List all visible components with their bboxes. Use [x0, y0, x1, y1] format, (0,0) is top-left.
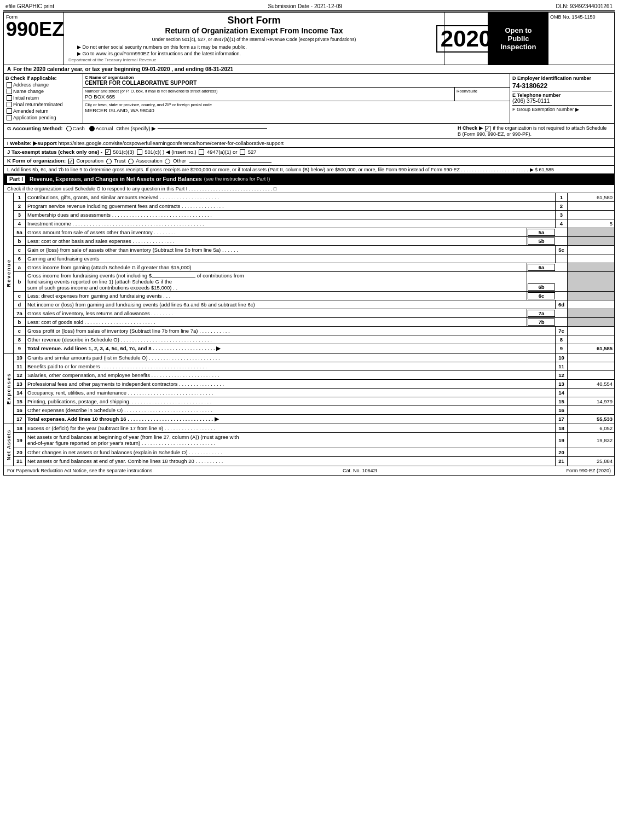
line-6d-desc: Net income or (loss) from gaming and fun… — [26, 300, 556, 309]
net-row-20: 20 Other changes in net assets or fund b… — [14, 448, 614, 457]
h-checkbox[interactable] — [485, 126, 490, 131]
org-name-label: C Name of organization — [85, 75, 508, 80]
final-return-checkbox[interactable] — [7, 102, 12, 107]
line-21-desc: Net assets or fund balances at end of ye… — [26, 457, 556, 466]
line-6c-linenum — [556, 292, 568, 300]
line-3-desc: Membership dues and assessments . . . . … — [26, 211, 556, 219]
check-line-text: Check if the organization used Schedule … — [7, 186, 276, 192]
year-number: 2020 — [436, 25, 496, 53]
revenue-rows: 1 Contributions, gifts, grants, and simi… — [14, 193, 614, 353]
line-l-section: L Add lines 5b, 6c, and 7b to line 9 to … — [3, 166, 615, 174]
association-radio[interactable] — [128, 159, 134, 164]
form-department: Department of the Treasury Internal Reve… — [66, 57, 442, 62]
address-change-checkbox[interactable] — [7, 82, 12, 88]
top-bar-center: Submission Date - 2021-12-09 — [268, 3, 342, 9]
line-6a-box: 6a — [528, 264, 555, 271]
footer-right: Form 990-EZ (2020) — [566, 468, 611, 473]
527-checkbox[interactable] — [240, 149, 245, 155]
line-5c-num: c — [14, 246, 26, 254]
501c-checkbox[interactable] — [137, 149, 142, 155]
part-i-title: Revenue, Expenses, and Changes in Net As… — [30, 176, 202, 182]
line-13-amount: 40,554 — [568, 380, 614, 388]
line-21-amount: 25,884 — [568, 457, 614, 466]
e-label: E Telephone number — [512, 92, 612, 98]
revenue-row-2: 2 Program service revenue including gove… — [14, 202, 614, 211]
line-20-ref: 20 — [556, 448, 568, 456]
address-right: Room/suite — [455, 88, 510, 101]
line-7c-num: c — [14, 327, 26, 335]
line-2-amount — [568, 202, 614, 210]
city-value: MERCER ISLAND, WA 98040 — [85, 107, 508, 113]
4947-checkbox[interactable] — [199, 149, 204, 155]
line-6-desc: Gaming and fundraising events — [26, 254, 556, 263]
cash-radio[interactable] — [66, 126, 72, 131]
f-label: F Group Exemption Number ▶ — [512, 107, 612, 112]
527-label: 527 — [248, 149, 257, 155]
line-7b-shaded — [568, 318, 614, 326]
form-id: 990EZ — [6, 20, 61, 39]
net-row-19: 19 Net assets or fund balances at beginn… — [14, 433, 614, 448]
page: efile GRAPHIC print Submission Date - 20… — [0, 0, 618, 478]
line-15-num: 15 — [14, 397, 26, 405]
association-label: Association — [136, 158, 164, 164]
line-21-ref: 21 — [556, 457, 568, 466]
line-4-ref: 4 — [556, 219, 568, 228]
501c3-checkbox[interactable] — [105, 149, 111, 155]
revenue-row-9: 9 Total revenue. Add lines 1, 2, 3, 4, 5… — [14, 344, 614, 353]
revenue-row-6: 6 Gaming and fundraising events — [14, 254, 614, 263]
line-13-ref: 13 — [556, 380, 568, 388]
org-name-row: C Name of organization CENTER FOR COLLAB… — [83, 74, 510, 88]
amended-checkbox[interactable] — [7, 108, 12, 114]
line-10-amount — [568, 354, 614, 362]
line-6b-linenum — [556, 272, 568, 291]
open-to: Open to — [505, 26, 532, 34]
line-3-ref: 3 — [556, 211, 568, 219]
application-checkbox[interactable] — [7, 115, 12, 120]
expense-row-16: 16 Other expenses (describe in Schedule … — [14, 406, 614, 415]
line-10-num: 10 — [14, 354, 26, 362]
checkbox-amended: Amended return — [5, 108, 81, 114]
revenue-row-1: 1 Contributions, gifts, grants, and simi… — [14, 193, 614, 202]
line-2-ref: 2 — [556, 202, 568, 210]
line-8-ref: 8 — [556, 335, 568, 344]
line-7b-desc: Less: cost of goods sold . . . . . . . .… — [26, 318, 527, 326]
line-11-desc: Benefits paid to or for members . . . . … — [26, 362, 556, 370]
revenue-sidebar-label: Revenue — [6, 259, 11, 287]
initial-return-checkbox[interactable] — [7, 95, 12, 101]
line-3-num: 3 — [14, 211, 26, 219]
line-1-num: 1 — [14, 193, 26, 201]
line-7a-num: 7a — [14, 309, 26, 317]
4947-label: 4947(a)(1) or — [207, 149, 239, 155]
expenses-section: Expenses 10 Grants and similar amounts p… — [3, 354, 615, 424]
accrual-radio[interactable] — [89, 126, 95, 131]
line-6-num: 6 — [14, 254, 26, 263]
other-radio[interactable] — [165, 159, 170, 164]
line-15-amount: 14,979 — [568, 397, 614, 405]
checkbox-name-change: Name change — [5, 89, 81, 94]
line-2-desc: Program service revenue including govern… — [26, 202, 556, 210]
revenue-row-6c: c Less: direct expenses from gaming and … — [14, 292, 614, 300]
name-change-checkbox[interactable] — [7, 89, 12, 94]
net-row-21: 21 Net assets or fund balances at end of… — [14, 457, 614, 466]
trust-radio[interactable] — [106, 159, 112, 164]
trust-label: Trust — [114, 158, 127, 164]
form-org-section: K Form of organization: Corporation Trus… — [3, 157, 615, 165]
accounting-left: G Accounting Method: Cash Accrual Other … — [7, 125, 455, 131]
inspection: Inspection — [500, 43, 536, 51]
line-5b-box: 5b — [528, 237, 555, 245]
line-1-amount: 61,580 — [568, 193, 614, 201]
corporation-checkbox[interactable] — [68, 159, 74, 164]
line-13-num: 13 — [14, 380, 26, 388]
top-bar-left: efile GRAPHIC print — [5, 3, 54, 9]
revenue-section: Revenue 1 Contributions, gifts, grants, … — [3, 193, 615, 354]
line-7c-ref: 7c — [556, 327, 568, 335]
line-16-desc: Other expenses (describe in Schedule O) … — [26, 406, 556, 414]
line-19-amount: 19,832 — [568, 433, 614, 448]
line-18-amount: 6,052 — [568, 424, 614, 432]
expense-row-17: 17 Total expenses. Add lines 10 through … — [14, 415, 614, 424]
net-assets-sidebar-label: Net Assets — [6, 430, 11, 460]
line-18-num: 18 — [14, 424, 26, 432]
line-5b-shaded — [568, 237, 614, 245]
tax-exempt-section: J Tax-exempt status (check only one) - 5… — [3, 148, 615, 157]
k-label: K Form of organization: — [7, 158, 66, 164]
